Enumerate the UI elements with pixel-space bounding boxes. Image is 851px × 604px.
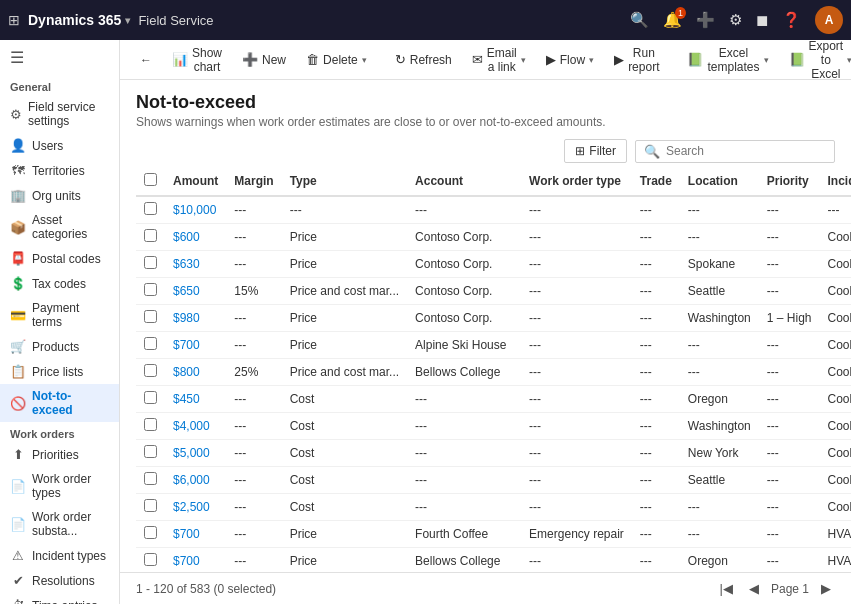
table-row[interactable]: $10,000 --- --- --- --- --- --- --- ---	[136, 196, 851, 224]
row-checkbox[interactable]	[144, 553, 157, 566]
row-checkbox[interactable]	[144, 526, 157, 539]
sidebar-item-not-to-exceed[interactable]: 🚫 Not-to-exceed	[0, 384, 119, 422]
add-icon[interactable]: ➕	[696, 11, 715, 29]
cell-amount[interactable]: $700	[165, 521, 226, 548]
cell-amount[interactable]: $2,500	[165, 494, 226, 521]
row-checkbox[interactable]	[144, 310, 157, 323]
table-row[interactable]: $630 --- Price Contoso Corp. --- --- Spo…	[136, 251, 851, 278]
sidebar-item-price-lists[interactable]: 📋 Price lists	[0, 359, 119, 384]
table-row[interactable]: $5,000 --- Cost --- --- --- New York ---…	[136, 440, 851, 467]
grid-icon[interactable]: ⊞	[8, 12, 20, 28]
notification-icon[interactable]: 🔔1	[663, 11, 682, 29]
row-checkbox-cell[interactable]	[136, 413, 165, 440]
new-button[interactable]: ➕ New	[234, 48, 294, 71]
show-chart-button[interactable]: 📊 Show chart	[164, 42, 230, 78]
row-checkbox[interactable]	[144, 391, 157, 404]
cell-amount[interactable]: $4,000	[165, 413, 226, 440]
search-input[interactable]	[666, 144, 826, 158]
table-row[interactable]: $450 --- Cost --- --- --- Oregon --- Coo…	[136, 386, 851, 413]
sidebar-item-priorities[interactable]: ⬆ Priorities	[0, 442, 119, 467]
filter-button[interactable]: ⊞ Filter	[564, 139, 627, 163]
sidebar-item-time-entries[interactable]: ⏱ Time entries	[0, 593, 119, 604]
row-checkbox-cell[interactable]	[136, 332, 165, 359]
select-all-checkbox[interactable]	[144, 173, 157, 186]
prev-page-button[interactable]: ◀	[745, 579, 763, 598]
search-icon[interactable]: 🔍	[630, 11, 649, 29]
avatar[interactable]: A	[815, 6, 843, 34]
row-checkbox-cell[interactable]	[136, 196, 165, 224]
table-row[interactable]: $600 --- Price Contoso Corp. --- --- ---…	[136, 224, 851, 251]
table-row[interactable]: $700 --- Price Alpine Ski House --- --- …	[136, 332, 851, 359]
sidebar-item-incident-types[interactable]: ⚠ Incident types	[0, 543, 119, 568]
email-link-button[interactable]: ✉ Email a link ▾	[464, 42, 534, 78]
th-type[interactable]: Type	[282, 167, 407, 196]
row-checkbox[interactable]	[144, 472, 157, 485]
help-icon[interactable]: ❓	[782, 11, 801, 29]
row-checkbox-cell[interactable]	[136, 224, 165, 251]
th-location[interactable]: Location	[680, 167, 759, 196]
row-checkbox[interactable]	[144, 283, 157, 296]
excel-templates-button[interactable]: 📗 Excel templates ▾	[679, 42, 776, 78]
row-checkbox[interactable]	[144, 418, 157, 431]
cell-amount[interactable]: $6,000	[165, 467, 226, 494]
table-row[interactable]: $700 --- Price Bellows College --- --- O…	[136, 548, 851, 573]
cell-amount[interactable]: $450	[165, 386, 226, 413]
app-name[interactable]: Dynamics 365 ▾	[28, 12, 130, 28]
sidebar-item-asset-categories[interactable]: 📦 Asset categories	[0, 208, 119, 246]
row-checkbox[interactable]	[144, 499, 157, 512]
th-account[interactable]: Account	[407, 167, 521, 196]
row-checkbox-cell[interactable]	[136, 359, 165, 386]
delete-button[interactable]: 🗑 Delete ▾	[298, 48, 375, 71]
settings-icon[interactable]: ⚙	[729, 11, 742, 29]
row-checkbox[interactable]	[144, 202, 157, 215]
row-checkbox-cell[interactable]	[136, 467, 165, 494]
cell-amount[interactable]: $600	[165, 224, 226, 251]
cell-amount[interactable]: $10,000	[165, 196, 226, 224]
cell-amount[interactable]: $650	[165, 278, 226, 305]
sidebar-item-field-service-settings[interactable]: ⚙ Field service settings	[0, 95, 119, 133]
cell-amount[interactable]: $700	[165, 332, 226, 359]
table-row[interactable]: $800 25% Price and cost mar... Bellows C…	[136, 359, 851, 386]
th-amount[interactable]: Amount	[165, 167, 226, 196]
refresh-button[interactable]: ↻ Refresh	[387, 48, 460, 71]
run-report-button[interactable]: ▶ Run report	[606, 42, 667, 78]
cell-amount[interactable]: $980	[165, 305, 226, 332]
flow-button[interactable]: ▶ Flow ▾	[538, 48, 602, 71]
th-trade[interactable]: Trade	[632, 167, 680, 196]
select-all-header[interactable]	[136, 167, 165, 196]
row-checkbox[interactable]	[144, 337, 157, 350]
cell-amount[interactable]: $800	[165, 359, 226, 386]
row-checkbox-cell[interactable]	[136, 440, 165, 467]
row-checkbox-cell[interactable]	[136, 251, 165, 278]
sidebar-item-resolutions[interactable]: ✔ Resolutions	[0, 568, 119, 593]
sidebar-item-payment-terms[interactable]: 💳 Payment terms	[0, 296, 119, 334]
row-checkbox[interactable]	[144, 229, 157, 242]
sidebar-item-work-order-types[interactable]: 📄 Work order types	[0, 467, 119, 505]
next-page-button[interactable]: ▶	[817, 579, 835, 598]
sidebar-item-territories[interactable]: 🗺 Territories	[0, 158, 119, 183]
table-row[interactable]: $700 --- Price Fourth Coffee Emergency r…	[136, 521, 851, 548]
row-checkbox[interactable]	[144, 364, 157, 377]
th-incident-type[interactable]: Incident type ↓	[819, 167, 851, 196]
back-button[interactable]: ←	[132, 49, 160, 71]
row-checkbox-cell[interactable]	[136, 521, 165, 548]
sidebar-item-tax-codes[interactable]: 💲 Tax codes	[0, 271, 119, 296]
th-margin[interactable]: Margin	[226, 167, 281, 196]
sidebar-item-users[interactable]: 👤 Users	[0, 133, 119, 158]
row-checkbox-cell[interactable]	[136, 494, 165, 521]
cell-amount[interactable]: $700	[165, 548, 226, 573]
table-row[interactable]: $650 15% Price and cost mar... Contoso C…	[136, 278, 851, 305]
row-checkbox-cell[interactable]	[136, 305, 165, 332]
row-checkbox-cell[interactable]	[136, 278, 165, 305]
fullscreen-icon[interactable]: ◼	[756, 11, 768, 29]
sidebar-item-org-units[interactable]: 🏢 Org units	[0, 183, 119, 208]
cell-amount[interactable]: $630	[165, 251, 226, 278]
table-row[interactable]: $980 --- Price Contoso Corp. --- --- Was…	[136, 305, 851, 332]
first-page-button[interactable]: |◀	[716, 579, 737, 598]
sidebar-item-postal-codes[interactable]: 📮 Postal codes	[0, 246, 119, 271]
export-excel-button[interactable]: 📗 Export to Excel ▾	[781, 40, 851, 85]
cell-amount[interactable]: $5,000	[165, 440, 226, 467]
row-checkbox-cell[interactable]	[136, 386, 165, 413]
row-checkbox-cell[interactable]	[136, 548, 165, 573]
hamburger-menu[interactable]: ☰	[0, 40, 119, 75]
